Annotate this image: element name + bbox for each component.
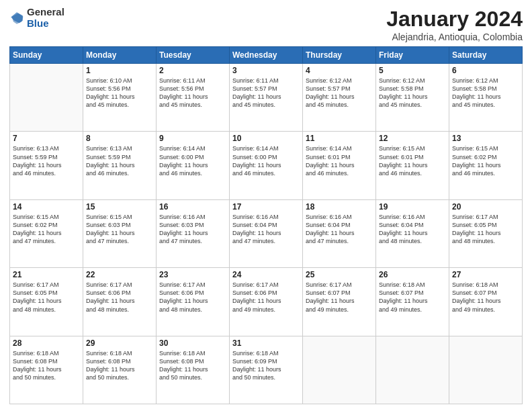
calendar-cell: 29Sunrise: 6:18 AM Sunset: 6:08 PM Dayli…: [83, 336, 157, 404]
calendar-cell: 3Sunrise: 6:11 AM Sunset: 5:57 PM Daylig…: [230, 64, 303, 132]
day-number: 2: [159, 66, 226, 75]
day-info: Sunrise: 6:16 AM Sunset: 6:04 PM Dayligh…: [379, 213, 446, 246]
day-info: Sunrise: 6:17 AM Sunset: 6:06 PM Dayligh…: [232, 281, 300, 314]
day-info: Sunrise: 6:12 AM Sunset: 5:58 PM Dayligh…: [452, 77, 519, 109]
day-number: 9: [159, 134, 226, 143]
day-number: 3: [232, 66, 300, 75]
day-info: Sunrise: 6:11 AM Sunset: 5:56 PM Dayligh…: [159, 77, 226, 109]
calendar-cell: [376, 336, 449, 404]
day-number: 8: [86, 134, 153, 143]
logo-blue: Blue: [27, 18, 64, 30]
day-info: Sunrise: 6:16 AM Sunset: 6:04 PM Dayligh…: [306, 213, 373, 246]
calendar-cell: [449, 336, 523, 404]
calendar-week-2: 7Sunrise: 6:13 AM Sunset: 5:59 PM Daylig…: [10, 132, 523, 199]
day-info: Sunrise: 6:18 AM Sunset: 6:09 PM Dayligh…: [232, 349, 300, 382]
day-number: 31: [232, 338, 300, 348]
calendar-cell: 31Sunrise: 6:18 AM Sunset: 6:09 PM Dayli…: [230, 336, 303, 404]
calendar-cell: 21Sunrise: 6:17 AM Sunset: 6:05 PM Dayli…: [10, 268, 83, 336]
day-info: Sunrise: 6:15 AM Sunset: 6:03 PM Dayligh…: [86, 213, 153, 246]
weekday-tuesday: Tuesday: [157, 47, 230, 64]
calendar-cell: 22Sunrise: 6:17 AM Sunset: 6:06 PM Dayli…: [83, 268, 157, 336]
day-number: 16: [159, 202, 226, 212]
logo-general: General: [27, 7, 64, 18]
calendar-cell: 12Sunrise: 6:15 AM Sunset: 6:01 PM Dayli…: [376, 132, 449, 199]
calendar-cell: 4Sunrise: 6:12 AM Sunset: 5:57 PM Daylig…: [303, 64, 376, 132]
weekday-sunday: Sunday: [10, 47, 83, 64]
calendar-cell: 7Sunrise: 6:13 AM Sunset: 5:59 PM Daylig…: [10, 132, 83, 199]
day-number: 23: [159, 270, 226, 279]
day-number: 26: [379, 270, 446, 279]
calendar-cell: 30Sunrise: 6:18 AM Sunset: 6:08 PM Dayli…: [157, 336, 230, 404]
calendar-cell: [10, 64, 83, 132]
calendar-cell: 27Sunrise: 6:18 AM Sunset: 6:07 PM Dayli…: [449, 268, 523, 336]
page: General Blue January 2024 Alejandria, An…: [0, 0, 532, 411]
day-info: Sunrise: 6:18 AM Sunset: 6:08 PM Dayligh…: [13, 349, 80, 382]
day-info: Sunrise: 6:13 AM Sunset: 5:59 PM Dayligh…: [86, 144, 153, 177]
day-info: Sunrise: 6:18 AM Sunset: 6:07 PM Dayligh…: [452, 281, 519, 314]
day-info: Sunrise: 6:17 AM Sunset: 6:07 PM Dayligh…: [306, 281, 373, 314]
day-number: 11: [306, 134, 373, 143]
calendar-cell: 17Sunrise: 6:16 AM Sunset: 6:04 PM Dayli…: [230, 199, 303, 267]
day-number: 28: [13, 338, 80, 348]
day-info: Sunrise: 6:14 AM Sunset: 6:00 PM Dayligh…: [232, 144, 300, 177]
day-number: 29: [86, 338, 153, 348]
day-number: 24: [232, 270, 300, 279]
calendar-cell: 20Sunrise: 6:17 AM Sunset: 6:05 PM Dayli…: [449, 199, 523, 267]
calendar-cell: 18Sunrise: 6:16 AM Sunset: 6:04 PM Dayli…: [303, 199, 376, 267]
title-block: January 2024 Alejandria, Antioquia, Colo…: [386, 7, 523, 42]
day-info: Sunrise: 6:13 AM Sunset: 5:59 PM Dayligh…: [13, 144, 80, 177]
day-info: Sunrise: 6:16 AM Sunset: 6:03 PM Dayligh…: [159, 213, 226, 246]
day-info: Sunrise: 6:17 AM Sunset: 6:05 PM Dayligh…: [13, 281, 80, 314]
day-number: 10: [232, 134, 300, 143]
main-title: January 2024: [386, 7, 523, 32]
weekday-header-row: SundayMondayTuesdayWednesdayThursdayFrid…: [10, 47, 523, 64]
day-info: Sunrise: 6:10 AM Sunset: 5:56 PM Dayligh…: [86, 77, 153, 109]
weekday-monday: Monday: [83, 47, 157, 64]
weekday-saturday: Saturday: [449, 47, 523, 64]
weekday-thursday: Thursday: [303, 47, 376, 64]
day-number: 13: [452, 134, 519, 143]
day-number: 4: [306, 66, 373, 75]
subtitle: Alejandria, Antioquia, Colombia: [386, 32, 523, 42]
day-number: 22: [86, 270, 153, 279]
calendar-cell: 5Sunrise: 6:12 AM Sunset: 5:58 PM Daylig…: [376, 64, 449, 132]
day-number: 12: [379, 134, 446, 143]
weekday-friday: Friday: [376, 47, 449, 64]
day-number: 21: [13, 270, 80, 279]
calendar-cell: 2Sunrise: 6:11 AM Sunset: 5:56 PM Daylig…: [157, 64, 230, 132]
calendar-cell: 10Sunrise: 6:14 AM Sunset: 6:00 PM Dayli…: [230, 132, 303, 199]
day-info: Sunrise: 6:17 AM Sunset: 6:06 PM Dayligh…: [86, 281, 153, 314]
day-number: 18: [306, 202, 373, 212]
calendar-cell: 28Sunrise: 6:18 AM Sunset: 6:08 PM Dayli…: [10, 336, 83, 404]
day-info: Sunrise: 6:12 AM Sunset: 5:57 PM Dayligh…: [306, 77, 373, 109]
calendar-cell: 23Sunrise: 6:17 AM Sunset: 6:06 PM Dayli…: [157, 268, 230, 336]
day-number: 5: [379, 66, 446, 75]
calendar-cell: 16Sunrise: 6:16 AM Sunset: 6:03 PM Dayli…: [157, 199, 230, 267]
calendar-cell: 9Sunrise: 6:14 AM Sunset: 6:00 PM Daylig…: [157, 132, 230, 199]
calendar-cell: 11Sunrise: 6:14 AM Sunset: 6:01 PM Dayli…: [303, 132, 376, 199]
calendar-table: SundayMondayTuesdayWednesdayThursdayFrid…: [9, 46, 523, 404]
calendar-cell: 26Sunrise: 6:18 AM Sunset: 6:07 PM Dayli…: [376, 268, 449, 336]
calendar-cell: 1Sunrise: 6:10 AM Sunset: 5:56 PM Daylig…: [83, 64, 157, 132]
day-info: Sunrise: 6:15 AM Sunset: 6:02 PM Dayligh…: [13, 213, 80, 246]
day-info: Sunrise: 6:17 AM Sunset: 6:05 PM Dayligh…: [452, 213, 519, 246]
day-info: Sunrise: 6:15 AM Sunset: 6:01 PM Dayligh…: [379, 144, 446, 177]
calendar-cell: 25Sunrise: 6:17 AM Sunset: 6:07 PM Dayli…: [303, 268, 376, 336]
day-info: Sunrise: 6:18 AM Sunset: 6:07 PM Dayligh…: [379, 281, 446, 314]
calendar-week-1: 1Sunrise: 6:10 AM Sunset: 5:56 PM Daylig…: [10, 64, 523, 132]
calendar-cell: 6Sunrise: 6:12 AM Sunset: 5:58 PM Daylig…: [449, 64, 523, 132]
calendar-week-3: 14Sunrise: 6:15 AM Sunset: 6:02 PM Dayli…: [10, 199, 523, 267]
calendar-cell: 14Sunrise: 6:15 AM Sunset: 6:02 PM Dayli…: [10, 199, 83, 267]
day-number: 25: [306, 270, 373, 279]
calendar-cell: 19Sunrise: 6:16 AM Sunset: 6:04 PM Dayli…: [376, 199, 449, 267]
calendar-cell: [303, 336, 376, 404]
day-info: Sunrise: 6:17 AM Sunset: 6:06 PM Dayligh…: [159, 281, 226, 314]
day-number: 7: [13, 134, 80, 143]
day-number: 1: [86, 66, 153, 75]
day-info: Sunrise: 6:14 AM Sunset: 6:01 PM Dayligh…: [306, 144, 373, 177]
day-info: Sunrise: 6:12 AM Sunset: 5:58 PM Dayligh…: [379, 77, 446, 109]
logo-icon: [9, 11, 24, 26]
calendar-week-5: 28Sunrise: 6:18 AM Sunset: 6:08 PM Dayli…: [10, 336, 523, 404]
day-info: Sunrise: 6:14 AM Sunset: 6:00 PM Dayligh…: [159, 144, 226, 177]
day-number: 14: [13, 202, 80, 212]
